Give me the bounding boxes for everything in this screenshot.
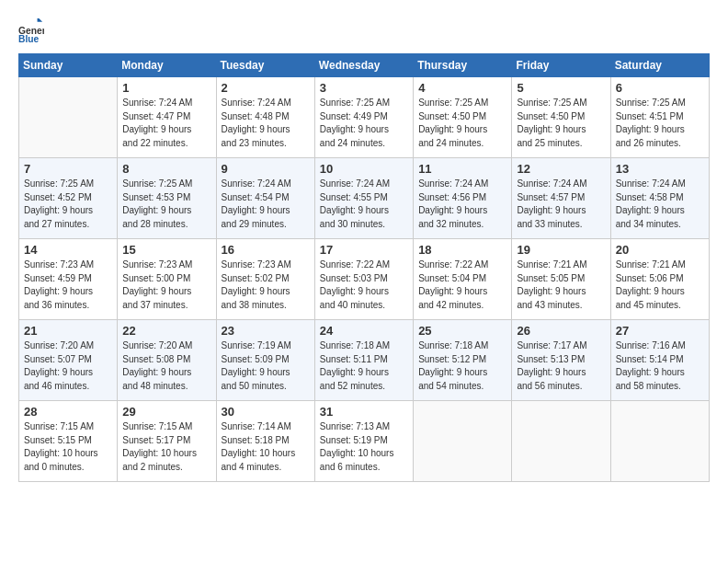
week-row-5: 28Sunrise: 7:15 AM Sunset: 5:15 PM Dayli… [19, 401, 710, 482]
cell-info: Sunrise: 7:24 AM Sunset: 4:58 PM Dayligh… [616, 178, 704, 231]
day-number: 10 [320, 162, 408, 176]
day-number: 18 [418, 243, 506, 257]
calendar-cell: 22Sunrise: 7:20 AM Sunset: 5:08 PM Dayli… [118, 320, 216, 401]
cell-info: Sunrise: 7:21 AM Sunset: 5:06 PM Dayligh… [616, 259, 704, 312]
header: General Blue [18, 15, 710, 44]
cell-info: Sunrise: 7:23 AM Sunset: 4:59 PM Dayligh… [24, 259, 112, 312]
calendar-cell: 20Sunrise: 7:21 AM Sunset: 5:06 PM Dayli… [610, 239, 709, 320]
calendar-cell: 2Sunrise: 7:24 AM Sunset: 4:48 PM Daylig… [216, 77, 314, 158]
calendar-cell: 11Sunrise: 7:24 AM Sunset: 4:56 PM Dayli… [414, 158, 512, 239]
day-number: 9 [222, 162, 310, 176]
calendar-cell: 26Sunrise: 7:17 AM Sunset: 5:13 PM Dayli… [512, 320, 610, 401]
day-number: 2 [222, 81, 310, 95]
cell-info: Sunrise: 7:22 AM Sunset: 5:03 PM Dayligh… [320, 259, 408, 312]
day-number: 17 [320, 243, 408, 257]
cell-info: Sunrise: 7:19 AM Sunset: 5:09 PM Dayligh… [222, 339, 310, 393]
cell-info: Sunrise: 7:14 AM Sunset: 5:18 PM Dayligh… [222, 420, 310, 474]
cell-info: Sunrise: 7:25 AM Sunset: 4:50 PM Dayligh… [517, 97, 605, 150]
header-sunday: Sunday [19, 54, 118, 77]
calendar-cell [512, 401, 610, 482]
calendar-cell: 25Sunrise: 7:18 AM Sunset: 5:12 PM Dayli… [414, 320, 512, 401]
day-number: 28 [24, 405, 112, 419]
cell-info: Sunrise: 7:22 AM Sunset: 5:04 PM Dayligh… [418, 259, 506, 312]
calendar-cell: 17Sunrise: 7:22 AM Sunset: 5:03 PM Dayli… [314, 239, 413, 320]
day-number: 22 [122, 324, 210, 338]
day-number: 5 [517, 81, 605, 95]
week-row-4: 21Sunrise: 7:20 AM Sunset: 5:07 PM Dayli… [19, 320, 710, 401]
svg-text:Blue: Blue [18, 34, 40, 44]
cell-info: Sunrise: 7:24 AM Sunset: 4:48 PM Dayligh… [222, 97, 310, 150]
calendar-cell [610, 401, 709, 482]
day-number: 12 [517, 162, 605, 176]
day-number: 6 [616, 81, 704, 95]
calendar-cell: 23Sunrise: 7:19 AM Sunset: 5:09 PM Dayli… [216, 320, 314, 401]
header-tuesday: Tuesday [216, 54, 314, 77]
cell-info: Sunrise: 7:25 AM Sunset: 4:53 PM Dayligh… [122, 178, 210, 231]
calendar-cell: 27Sunrise: 7:16 AM Sunset: 5:14 PM Dayli… [610, 320, 709, 401]
calendar-cell: 9Sunrise: 7:24 AM Sunset: 4:54 PM Daylig… [216, 158, 314, 239]
calendar-cell: 14Sunrise: 7:23 AM Sunset: 4:59 PM Dayli… [19, 239, 118, 320]
day-number: 4 [418, 81, 506, 95]
calendar-cell: 1Sunrise: 7:24 AM Sunset: 4:47 PM Daylig… [118, 77, 216, 158]
calendar-cell: 7Sunrise: 7:25 AM Sunset: 4:52 PM Daylig… [19, 158, 118, 239]
cell-info: Sunrise: 7:23 AM Sunset: 5:00 PM Dayligh… [122, 259, 210, 312]
day-number: 14 [24, 243, 112, 257]
calendar-cell [19, 77, 118, 158]
calendar-cell: 8Sunrise: 7:25 AM Sunset: 4:53 PM Daylig… [118, 158, 216, 239]
calendar-cell: 3Sunrise: 7:25 AM Sunset: 4:49 PM Daylig… [314, 77, 413, 158]
day-number: 15 [122, 243, 210, 257]
day-number: 13 [616, 162, 704, 176]
day-number: 11 [418, 162, 506, 176]
day-number: 3 [320, 81, 408, 95]
calendar-cell: 29Sunrise: 7:15 AM Sunset: 5:17 PM Dayli… [118, 401, 216, 482]
cell-info: Sunrise: 7:25 AM Sunset: 4:51 PM Dayligh… [616, 97, 704, 150]
calendar-cell: 19Sunrise: 7:21 AM Sunset: 5:05 PM Dayli… [512, 239, 610, 320]
calendar-cell: 16Sunrise: 7:23 AM Sunset: 5:02 PM Dayli… [216, 239, 314, 320]
day-number: 19 [517, 243, 605, 257]
cell-info: Sunrise: 7:18 AM Sunset: 5:11 PM Dayligh… [320, 339, 408, 393]
logo-icon: General Blue [18, 18, 44, 44]
header-friday: Friday [512, 54, 610, 77]
calendar-cell: 4Sunrise: 7:25 AM Sunset: 4:50 PM Daylig… [414, 77, 512, 158]
cell-info: Sunrise: 7:24 AM Sunset: 4:47 PM Dayligh… [122, 97, 210, 150]
cell-info: Sunrise: 7:24 AM Sunset: 4:56 PM Dayligh… [418, 178, 506, 231]
cell-info: Sunrise: 7:21 AM Sunset: 5:05 PM Dayligh… [517, 259, 605, 312]
cell-info: Sunrise: 7:25 AM Sunset: 4:52 PM Dayligh… [24, 178, 112, 231]
header-thursday: Thursday [414, 54, 512, 77]
cell-info: Sunrise: 7:25 AM Sunset: 4:50 PM Dayligh… [418, 97, 506, 150]
page-container: General Blue SundayMondayTuesdayWednesda… [0, 0, 728, 491]
week-row-1: 1Sunrise: 7:24 AM Sunset: 4:47 PM Daylig… [19, 77, 710, 158]
cell-info: Sunrise: 7:15 AM Sunset: 5:15 PM Dayligh… [24, 420, 112, 474]
logo: General Blue [18, 18, 46, 44]
svg-marker-2 [38, 18, 43, 22]
cell-info: Sunrise: 7:20 AM Sunset: 5:08 PM Dayligh… [122, 339, 210, 393]
week-row-2: 7Sunrise: 7:25 AM Sunset: 4:52 PM Daylig… [19, 158, 710, 239]
header-monday: Monday [118, 54, 216, 77]
header-saturday: Saturday [610, 54, 709, 77]
day-number: 24 [320, 324, 408, 338]
day-number: 25 [418, 324, 506, 338]
header-wednesday: Wednesday [314, 54, 413, 77]
calendar-cell [414, 401, 512, 482]
cell-info: Sunrise: 7:25 AM Sunset: 4:49 PM Dayligh… [320, 97, 408, 150]
calendar-cell: 13Sunrise: 7:24 AM Sunset: 4:58 PM Dayli… [610, 158, 709, 239]
day-number: 1 [122, 81, 210, 95]
day-number: 26 [517, 324, 605, 338]
day-number: 21 [24, 324, 112, 338]
calendar-table: SundayMondayTuesdayWednesdayThursdayFrid… [18, 53, 710, 482]
calendar-cell: 6Sunrise: 7:25 AM Sunset: 4:51 PM Daylig… [610, 77, 709, 158]
cell-info: Sunrise: 7:18 AM Sunset: 5:12 PM Dayligh… [418, 339, 506, 393]
day-number: 30 [222, 405, 310, 419]
day-number: 27 [616, 324, 704, 338]
day-number: 16 [222, 243, 310, 257]
cell-info: Sunrise: 7:16 AM Sunset: 5:14 PM Dayligh… [616, 339, 704, 393]
calendar-cell: 21Sunrise: 7:20 AM Sunset: 5:07 PM Dayli… [19, 320, 118, 401]
day-number: 29 [122, 405, 210, 419]
cell-info: Sunrise: 7:23 AM Sunset: 5:02 PM Dayligh… [222, 259, 310, 312]
cell-info: Sunrise: 7:24 AM Sunset: 4:57 PM Dayligh… [517, 178, 605, 231]
day-number: 23 [222, 324, 310, 338]
day-number: 7 [24, 162, 112, 176]
week-row-3: 14Sunrise: 7:23 AM Sunset: 4:59 PM Dayli… [19, 239, 710, 320]
calendar-cell: 28Sunrise: 7:15 AM Sunset: 5:15 PM Dayli… [19, 401, 118, 482]
calendar-cell: 12Sunrise: 7:24 AM Sunset: 4:57 PM Dayli… [512, 158, 610, 239]
